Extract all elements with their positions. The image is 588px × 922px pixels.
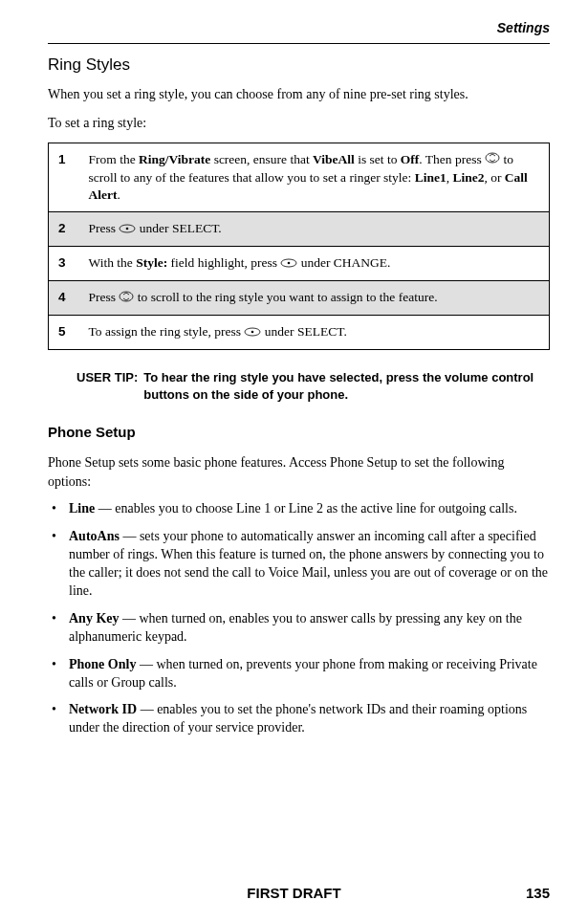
table-row: 4 Press to scroll to the ring style you …: [49, 281, 550, 316]
text: under SELECT.: [136, 221, 221, 235]
bold-term: Network ID: [69, 702, 137, 716]
text: . Then press: [419, 152, 485, 166]
table-row: 2 Press under SELECT.: [49, 212, 550, 247]
table-row: 3 With the Style: field highlight, press…: [49, 247, 550, 281]
bold-term: Phone Only: [69, 657, 136, 671]
dot-button-icon: [119, 221, 136, 238]
step-number: 1: [49, 143, 79, 211]
step-text: Press under SELECT.: [79, 212, 550, 247]
text: To assign the ring style, press: [89, 324, 245, 339]
svg-point-4: [288, 262, 291, 265]
text: Press: [89, 290, 120, 304]
step-text: To assign the ring style, press under SE…: [79, 316, 550, 350]
dot-button-icon: [280, 255, 297, 273]
bold-term: Line1: [415, 170, 446, 185]
table-row: 5 To assign the ring style, press under …: [49, 316, 550, 350]
text: to scroll to the ring style you want to …: [134, 290, 437, 304]
text: is set to: [355, 152, 401, 166]
scroll-icon: [119, 290, 134, 307]
text: under CHANGE.: [297, 255, 390, 270]
bold-term: Style:: [136, 255, 167, 270]
svg-point-5: [120, 292, 133, 301]
footer-page-number: 135: [526, 883, 550, 903]
svg-point-0: [486, 153, 499, 163]
step-number: 3: [49, 247, 79, 281]
text: — sets your phone to automatically answe…: [69, 529, 548, 598]
bold-term: Any Key: [69, 611, 120, 626]
header-rule: [48, 43, 550, 44]
footer-draft: FIRST DRAFT: [247, 883, 340, 903]
svg-point-7: [251, 331, 254, 334]
text: , or: [484, 170, 504, 185]
list-item: Any Key — when turned on, enables you to…: [48, 610, 550, 647]
table-row: 1 From the Ring/Vibrate screen, ensure t…: [49, 143, 550, 211]
ring-styles-intro: When you set a ring style, you can choos…: [48, 85, 550, 104]
scroll-icon: [485, 151, 500, 168]
bold-term: Off: [401, 152, 420, 166]
phone-setup-list: Line — enables you to choose Line 1 or L…: [48, 500, 550, 737]
list-item: AutoAns — sets your phone to automatical…: [48, 528, 550, 601]
text: under SELECT.: [261, 324, 346, 339]
text: With the: [89, 255, 137, 270]
list-item: Phone Only — when turned on, prevents yo…: [48, 656, 550, 692]
ring-styles-title: Ring Styles: [48, 54, 550, 77]
steps-table: 1 From the Ring/Vibrate screen, ensure t…: [48, 143, 550, 351]
phone-setup-intro: Phone Setup sets some basic phone featur…: [48, 453, 550, 491]
text: — enables you to choose Line 1 or Line 2…: [95, 501, 517, 516]
bold-term: Line2: [452, 170, 484, 185]
list-item: Network ID — enables you to set the phon…: [48, 701, 550, 737]
bold-term: AutoAns: [69, 529, 120, 543]
bold-term: Line: [69, 501, 95, 516]
ring-styles-subtitle: To set a ring style:: [48, 114, 550, 133]
step-number: 2: [49, 212, 79, 247]
text: .: [117, 187, 120, 202]
step-number: 4: [49, 281, 79, 316]
page-footer: FIRST DRAFT 135: [0, 883, 588, 903]
text: — when turned on, enables you to answer …: [69, 611, 522, 644]
svg-point-2: [126, 228, 129, 230]
text: From the: [89, 152, 140, 166]
dot-button-icon: [244, 324, 261, 341]
step-text: Press to scroll to the ring style you wa…: [79, 281, 550, 316]
text: Press: [89, 221, 120, 235]
bold-term: VibeAll: [313, 152, 355, 166]
phone-setup-title: Phone Setup: [48, 422, 550, 442]
text: — enables you to set the phone's network…: [69, 702, 527, 735]
text: screen, ensure that: [210, 152, 313, 166]
step-text: From the Ring/Vibrate screen, ensure tha…: [79, 143, 550, 211]
text: field highlight, press: [167, 255, 280, 270]
user-tip-label: USER TIP:: [76, 369, 138, 403]
user-tip-text: To hear the ring style you have selected…: [143, 369, 550, 403]
step-number: 5: [49, 316, 79, 350]
bold-term: Ring/Vibrate: [139, 152, 210, 166]
step-text: With the Style: field highlight, press u…: [79, 247, 550, 281]
list-item: Line — enables you to choose Line 1 or L…: [48, 500, 550, 518]
text: — when turned on, prevents your phone fr…: [69, 657, 537, 690]
user-tip: USER TIP: To hear the ring style you hav…: [76, 369, 550, 403]
page-header-section: Settings: [48, 19, 550, 38]
